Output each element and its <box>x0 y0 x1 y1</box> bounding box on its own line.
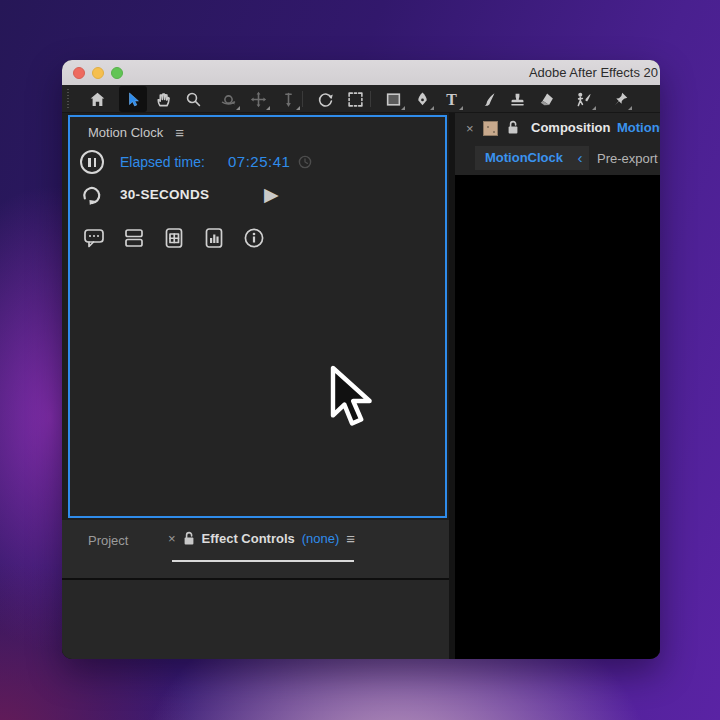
motion-clock-panel: Motion Clock ≡ Elapsed time: 07:25:41 <box>68 115 447 518</box>
rotation-tool-button[interactable] <box>311 86 339 112</box>
toolbar: T <box>62 85 660 113</box>
zoom-tool-button[interactable] <box>179 86 207 112</box>
effect-controls-target: (none) <box>302 531 340 546</box>
orbit-camera-tool-button[interactable] <box>214 86 242 112</box>
app-window: Adobe After Effects 20 <box>62 60 660 659</box>
panel-menu-icon[interactable]: ≡ <box>175 125 184 140</box>
elapsed-time-label: Elapsed time: <box>120 154 205 170</box>
close-icon[interactable]: × <box>168 531 176 546</box>
tab-project[interactable]: Project <box>88 533 128 548</box>
pen-icon <box>414 91 431 108</box>
rectangle-icon <box>385 91 402 108</box>
toolbar-separator <box>302 91 303 107</box>
orbit-camera-icon <box>220 91 237 108</box>
home-icon <box>89 91 106 108</box>
dolly-camera-icon <box>280 91 297 108</box>
chevron-left-icon[interactable]: ‹ <box>571 146 589 170</box>
brush-tool-button[interactable] <box>474 86 502 112</box>
fullscreen-window-button[interactable] <box>111 67 123 79</box>
grid-card-icon[interactable] <box>162 226 186 250</box>
svg-text:T: T <box>446 91 457 108</box>
toolbar-grip[interactable] <box>67 89 69 108</box>
puppet-pin-tool-button[interactable] <box>606 86 634 112</box>
camera-roi-tool-button[interactable] <box>341 86 369 112</box>
minimize-window-button[interactable] <box>92 67 104 79</box>
pan-camera-tool-button[interactable] <box>244 86 272 112</box>
comment-icon[interactable] <box>82 226 106 250</box>
panel-icon-row <box>70 226 445 252</box>
tab-effect-controls-label: Effect Controls <box>202 531 295 546</box>
timer-row: 30-SECONDS ▶ <box>70 183 445 209</box>
tab-motionclock[interactable]: MotionClock <box>475 146 573 170</box>
toolbar-separator <box>370 91 371 107</box>
panel-menu-icon[interactable]: ≡ <box>346 531 355 546</box>
clock-icon <box>298 155 312 169</box>
rows-layout-icon[interactable] <box>122 226 146 250</box>
type-icon: T <box>443 91 460 108</box>
composition-panel-label: Composition <box>531 120 610 135</box>
selection-tool-button[interactable] <box>119 86 147 112</box>
rotation-icon <box>317 91 334 108</box>
composition-viewer[interactable] <box>455 175 660 659</box>
content-area: Motion Clock ≡ Elapsed time: 07:25:41 <box>62 113 660 659</box>
unlock-icon[interactable] <box>507 120 519 135</box>
motion-clock-header: Motion Clock ≡ <box>88 125 184 140</box>
composition-tab-row: × Composition MotionClo <box>455 117 660 143</box>
hand-icon <box>155 91 172 108</box>
zoom-icon <box>185 91 202 108</box>
elapsed-time-value: 07:25:41 <box>228 153 290 170</box>
timer-name-label: 30-SECONDS <box>120 187 209 202</box>
clone-stamp-tool-button[interactable] <box>503 86 531 112</box>
type-tool-button[interactable]: T <box>437 86 465 112</box>
viewer-tab-row: MotionClock ‹ Pre-export <box>455 144 660 172</box>
active-tab-underline <box>172 560 354 562</box>
puppet-pin-icon <box>612 91 629 108</box>
info-icon[interactable] <box>242 226 266 250</box>
eraser-icon <box>538 91 555 108</box>
eraser-tool-button[interactable] <box>532 86 560 112</box>
home-tool-button[interactable] <box>83 86 111 112</box>
bottom-tab-bar: Project × Effect Controls (none) ≡ <box>62 520 449 578</box>
left-panel-region: Motion Clock ≡ Elapsed time: 07:25:41 <box>62 113 449 659</box>
composition-name: MotionClo <box>617 120 660 135</box>
effect-controls-panel-body <box>62 580 449 659</box>
dolly-camera-tool-button[interactable] <box>274 86 302 112</box>
panel-title: Motion Clock <box>88 125 163 140</box>
bar-chart-card-icon[interactable] <box>202 226 226 250</box>
hand-tool-button[interactable] <box>149 86 177 112</box>
window-title: Adobe After Effects 20 <box>529 60 658 85</box>
pause-button[interactable] <box>80 150 104 174</box>
tab-pre-export[interactable]: Pre-export <box>597 148 658 169</box>
close-icon[interactable]: × <box>466 121 474 136</box>
selection-arrow-icon <box>125 91 141 108</box>
close-window-button[interactable] <box>73 67 85 79</box>
unlock-icon[interactable] <box>183 531 195 546</box>
rectangle-tool-button[interactable] <box>379 86 407 112</box>
pen-tool-button[interactable] <box>408 86 436 112</box>
composition-thumbnail <box>483 121 498 136</box>
roto-brush-tool-button[interactable] <box>570 86 598 112</box>
composition-header: × Composition MotionClo MotionClock ‹ Pr… <box>455 113 660 175</box>
traffic-lights <box>73 67 123 79</box>
composition-panel: × Composition MotionClo MotionClock ‹ Pr… <box>455 113 660 659</box>
elapsed-time-row: Elapsed time: 07:25:41 <box>70 150 445 176</box>
brush-icon <box>480 91 497 108</box>
titlebar: Adobe After Effects 20 <box>62 60 660 85</box>
camera-roi-icon <box>347 91 364 108</box>
clone-stamp-icon <box>509 91 526 108</box>
pan-camera-icon <box>250 91 267 108</box>
loop-icon[interactable] <box>80 184 103 207</box>
roto-brush-icon <box>575 91 593 108</box>
play-button[interactable]: ▶ <box>264 183 279 207</box>
tab-effect-controls[interactable]: × Effect Controls (none) ≡ <box>168 531 355 546</box>
